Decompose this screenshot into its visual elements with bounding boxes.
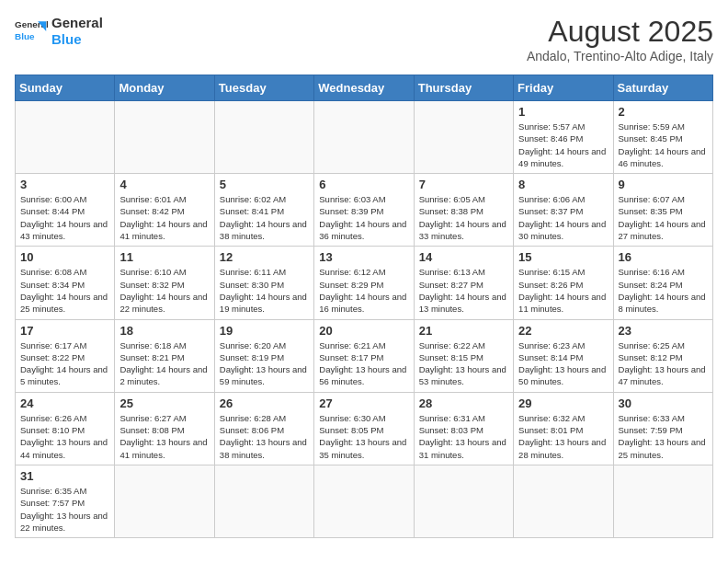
calendar-week-row: 10Sunrise: 6:08 AM Sunset: 8:34 PM Dayli… — [16, 247, 713, 319]
day-info: Sunrise: 6:28 AM Sunset: 8:06 PM Dayligh… — [220, 412, 309, 461]
day-number: 9 — [619, 178, 708, 191]
day-info: Sunrise: 6:17 AM Sunset: 8:22 PM Dayligh… — [20, 339, 109, 388]
logo-general-text: General — [51, 15, 103, 31]
svg-text:Blue: Blue — [15, 31, 35, 41]
day-number: 4 — [119, 178, 209, 191]
day-number: 5 — [220, 178, 309, 191]
day-info: Sunrise: 6:23 AM Sunset: 8:14 PM Dayligh… — [518, 339, 608, 388]
day-info: Sunrise: 6:20 AM Sunset: 8:19 PM Dayligh… — [220, 339, 309, 388]
calendar-cell: 16Sunrise: 6:16 AM Sunset: 8:24 PM Dayli… — [613, 247, 712, 319]
day-info: Sunrise: 6:33 AM Sunset: 7:59 PM Dayligh… — [619, 412, 708, 461]
calendar-cell — [314, 101, 414, 174]
day-number: 17 — [20, 324, 109, 338]
calendar-cell: 30Sunrise: 6:33 AM Sunset: 7:59 PM Dayli… — [613, 392, 712, 465]
calendar-cell — [314, 465, 414, 537]
page-header: General Blue General Blue August 2025 An… — [15, 15, 713, 63]
calendar-cell — [115, 101, 214, 174]
day-info: Sunrise: 6:21 AM Sunset: 8:17 PM Dayligh… — [319, 339, 408, 388]
calendar-week-row: 24Sunrise: 6:26 AM Sunset: 8:10 PM Dayli… — [16, 392, 713, 465]
day-info: Sunrise: 6:05 AM Sunset: 8:38 PM Dayligh… — [419, 193, 508, 242]
day-number: 11 — [119, 250, 209, 264]
day-info: Sunrise: 6:10 AM Sunset: 8:32 PM Dayligh… — [119, 266, 209, 315]
day-info: Sunrise: 6:31 AM Sunset: 8:03 PM Dayligh… — [419, 412, 508, 461]
calendar-cell: 2Sunrise: 5:59 AM Sunset: 8:45 PM Daylig… — [613, 101, 712, 174]
weekday-header-row: SundayMondayTuesdayWednesdayThursdayFrid… — [16, 75, 713, 101]
weekday-header-friday: Friday — [514, 75, 613, 101]
calendar-cell: 25Sunrise: 6:27 AM Sunset: 8:08 PM Dayli… — [115, 392, 214, 465]
day-number: 19 — [220, 324, 309, 338]
day-number: 30 — [619, 396, 708, 410]
calendar-cell: 5Sunrise: 6:02 AM Sunset: 8:41 PM Daylig… — [214, 174, 313, 247]
weekday-header-saturday: Saturday — [613, 75, 712, 101]
calendar-cell: 13Sunrise: 6:12 AM Sunset: 8:29 PM Dayli… — [314, 247, 414, 319]
day-info: Sunrise: 6:07 AM Sunset: 8:35 PM Dayligh… — [619, 193, 708, 242]
calendar-cell: 27Sunrise: 6:30 AM Sunset: 8:05 PM Dayli… — [314, 392, 414, 465]
day-info: Sunrise: 5:59 AM Sunset: 8:45 PM Dayligh… — [619, 121, 708, 169]
calendar-cell: 1Sunrise: 5:57 AM Sunset: 8:46 PM Daylig… — [514, 101, 613, 174]
calendar-cell: 31Sunrise: 6:35 AM Sunset: 7:57 PM Dayli… — [16, 465, 115, 537]
calendar-cell: 26Sunrise: 6:28 AM Sunset: 8:06 PM Dayli… — [214, 392, 313, 465]
day-info: Sunrise: 6:35 AM Sunset: 7:57 PM Dayligh… — [20, 485, 109, 534]
calendar-cell — [414, 101, 513, 174]
logo: General Blue General Blue — [15, 15, 103, 48]
calendar-cell: 29Sunrise: 6:32 AM Sunset: 8:01 PM Dayli… — [514, 392, 613, 465]
day-info: Sunrise: 5:57 AM Sunset: 8:46 PM Dayligh… — [518, 121, 608, 169]
day-number: 20 — [319, 324, 408, 338]
day-info: Sunrise: 6:03 AM Sunset: 8:39 PM Dayligh… — [319, 193, 408, 242]
month-year-title: August 2025 — [527, 15, 713, 49]
day-info: Sunrise: 6:11 AM Sunset: 8:30 PM Dayligh… — [220, 266, 309, 315]
calendar-cell — [16, 101, 115, 174]
day-number: 26 — [220, 396, 309, 410]
calendar-cell: 14Sunrise: 6:13 AM Sunset: 8:27 PM Dayli… — [414, 247, 513, 319]
day-number: 21 — [419, 324, 508, 338]
day-info: Sunrise: 6:12 AM Sunset: 8:29 PM Dayligh… — [319, 266, 408, 315]
day-number: 29 — [518, 396, 608, 410]
day-number: 7 — [419, 178, 508, 191]
day-info: Sunrise: 6:26 AM Sunset: 8:10 PM Dayligh… — [20, 412, 109, 461]
day-info: Sunrise: 6:06 AM Sunset: 8:37 PM Dayligh… — [518, 193, 608, 242]
calendar-cell: 7Sunrise: 6:05 AM Sunset: 8:38 PM Daylig… — [414, 174, 513, 247]
calendar-cell: 8Sunrise: 6:06 AM Sunset: 8:37 PM Daylig… — [514, 174, 613, 247]
calendar-cell — [514, 465, 613, 537]
calendar-cell: 28Sunrise: 6:31 AM Sunset: 8:03 PM Dayli… — [414, 392, 513, 465]
day-info: Sunrise: 6:13 AM Sunset: 8:27 PM Dayligh… — [419, 266, 508, 315]
title-section: August 2025 Andalo, Trentino-Alto Adige,… — [527, 15, 713, 63]
day-number: 23 — [619, 324, 708, 338]
day-number: 2 — [619, 105, 708, 119]
day-number: 25 — [119, 396, 209, 410]
day-info: Sunrise: 6:25 AM Sunset: 8:12 PM Dayligh… — [619, 339, 708, 388]
calendar-cell: 15Sunrise: 6:15 AM Sunset: 8:26 PM Dayli… — [514, 247, 613, 319]
day-info: Sunrise: 6:15 AM Sunset: 8:26 PM Dayligh… — [518, 266, 608, 315]
calendar-cell: 3Sunrise: 6:00 AM Sunset: 8:44 PM Daylig… — [16, 174, 115, 247]
day-number: 10 — [20, 250, 109, 264]
calendar-cell: 4Sunrise: 6:01 AM Sunset: 8:42 PM Daylig… — [115, 174, 214, 247]
day-number: 22 — [518, 324, 608, 338]
day-info: Sunrise: 6:27 AM Sunset: 8:08 PM Dayligh… — [119, 412, 209, 461]
day-number: 3 — [20, 178, 109, 191]
day-number: 28 — [419, 396, 508, 410]
day-info: Sunrise: 6:16 AM Sunset: 8:24 PM Dayligh… — [619, 266, 708, 315]
calendar-cell: 6Sunrise: 6:03 AM Sunset: 8:39 PM Daylig… — [314, 174, 414, 247]
calendar-cell: 12Sunrise: 6:11 AM Sunset: 8:30 PM Dayli… — [214, 247, 313, 319]
calendar-week-row: 31Sunrise: 6:35 AM Sunset: 7:57 PM Dayli… — [16, 465, 713, 537]
calendar-cell: 24Sunrise: 6:26 AM Sunset: 8:10 PM Dayli… — [16, 392, 115, 465]
calendar-cell — [214, 101, 313, 174]
day-info: Sunrise: 6:00 AM Sunset: 8:44 PM Dayligh… — [20, 193, 109, 242]
logo-icon: General Blue — [15, 15, 48, 48]
calendar-cell: 19Sunrise: 6:20 AM Sunset: 8:19 PM Dayli… — [214, 319, 313, 392]
weekday-header-wednesday: Wednesday — [314, 75, 414, 101]
day-info: Sunrise: 6:30 AM Sunset: 8:05 PM Dayligh… — [319, 412, 408, 461]
location-subtitle: Andalo, Trentino-Alto Adige, Italy — [527, 49, 713, 63]
calendar-cell: 11Sunrise: 6:10 AM Sunset: 8:32 PM Dayli… — [115, 247, 214, 319]
day-number: 14 — [419, 250, 508, 264]
logo-blue-text: Blue — [51, 31, 103, 48]
calendar-cell: 18Sunrise: 6:18 AM Sunset: 8:21 PM Dayli… — [115, 319, 214, 392]
weekday-header-monday: Monday — [115, 75, 214, 101]
calendar-table: SundayMondayTuesdayWednesdayThursdayFrid… — [15, 75, 713, 538]
calendar-week-row: 3Sunrise: 6:00 AM Sunset: 8:44 PM Daylig… — [16, 174, 713, 247]
calendar-cell — [613, 465, 712, 537]
calendar-week-row: 17Sunrise: 6:17 AM Sunset: 8:22 PM Dayli… — [16, 319, 713, 392]
calendar-cell: 17Sunrise: 6:17 AM Sunset: 8:22 PM Dayli… — [16, 319, 115, 392]
calendar-cell — [414, 465, 513, 537]
day-number: 24 — [20, 396, 109, 410]
